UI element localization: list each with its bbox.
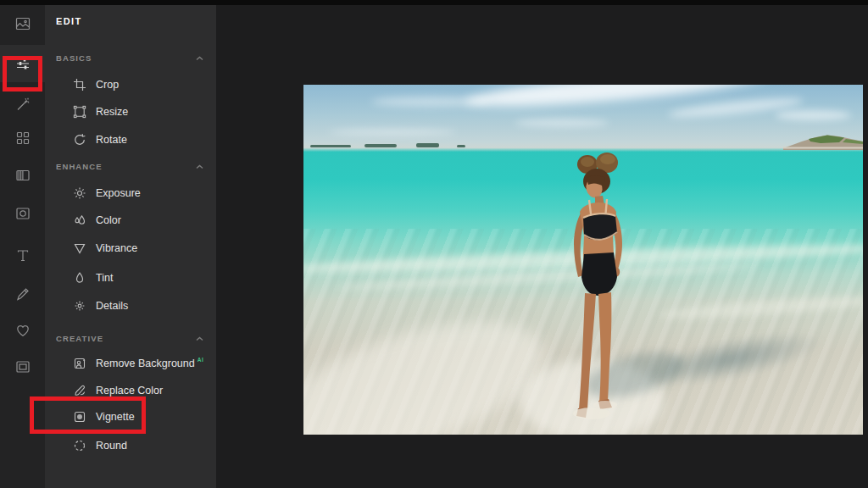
cloud bbox=[329, 129, 456, 136]
apps-grid-icon bbox=[14, 130, 31, 147]
sidebar-item-textures[interactable] bbox=[0, 157, 45, 194]
color-icon bbox=[73, 214, 86, 227]
menu-item-resize[interactable]: Resize bbox=[45, 101, 216, 123]
sidebar-item-image-manager[interactable] bbox=[0, 5, 45, 42]
resize-icon bbox=[73, 105, 86, 119]
rotate-icon bbox=[73, 133, 86, 147]
photo-overlay-icon bbox=[14, 205, 31, 222]
text-icon bbox=[14, 247, 31, 264]
menu-item-crop[interactable]: Crop bbox=[45, 74, 216, 96]
tool-sidebar bbox=[0, 5, 45, 488]
menu-item-details[interactable]: Details bbox=[45, 295, 216, 317]
editor-canvas bbox=[216, 5, 868, 488]
crop-icon bbox=[73, 78, 86, 92]
sidebar-item-edit-adjust[interactable] bbox=[0, 45, 45, 82]
edit-panel: EDIT BASICS Crop Resize Rotate bbox=[45, 5, 216, 488]
round-icon bbox=[73, 439, 86, 452]
heart-icon bbox=[14, 322, 31, 339]
distant-islet bbox=[310, 145, 351, 147]
woman-figure bbox=[548, 152, 649, 432]
menu-item-round[interactable]: Round bbox=[45, 435, 216, 457]
beach-photo[interactable] bbox=[303, 85, 863, 435]
menu-item-vignette[interactable]: Vignette bbox=[45, 406, 216, 428]
menu-item-tint[interactable]: Tint bbox=[45, 267, 216, 289]
sidebar-item-effects[interactable] bbox=[0, 119, 45, 157]
menu-item-exposure[interactable]: Exposure bbox=[45, 182, 216, 204]
image-manager-icon bbox=[14, 15, 31, 32]
menu-item-vibrance[interactable]: Vibrance bbox=[45, 237, 216, 259]
ai-badge: AI bbox=[198, 357, 204, 363]
remove-background-icon bbox=[73, 357, 86, 370]
cloud bbox=[775, 110, 851, 120]
vignette-icon bbox=[73, 410, 86, 424]
layout-panel-icon bbox=[14, 167, 31, 184]
section-header-creative[interactable]: CREATIVE bbox=[45, 332, 216, 344]
section-header-basics[interactable]: BASICS bbox=[45, 52, 216, 64]
cloud bbox=[371, 97, 490, 107]
vibrance-icon bbox=[73, 241, 86, 255]
menu-item-color[interactable]: Color bbox=[45, 209, 216, 231]
adjust-sliders-icon bbox=[14, 55, 31, 72]
distant-islet bbox=[416, 143, 439, 147]
menu-item-remove-background[interactable]: Remove Background AI bbox=[45, 352, 216, 374]
sidebar-item-graphics[interactable] bbox=[0, 312, 45, 349]
cloud bbox=[515, 119, 609, 127]
sidebar-item-text[interactable] bbox=[0, 237, 45, 274]
chevron-up-icon bbox=[196, 162, 203, 171]
magic-wand-icon bbox=[14, 96, 31, 113]
border-frame-icon bbox=[14, 358, 31, 375]
menu-item-replace-color[interactable]: Replace Color bbox=[45, 380, 216, 402]
chevron-up-icon bbox=[196, 53, 203, 63]
sidebar-item-draw[interactable] bbox=[0, 275, 45, 313]
sidebar-item-touchup[interactable] bbox=[0, 86, 45, 123]
pen-icon bbox=[14, 286, 31, 302]
distant-islet bbox=[364, 144, 397, 147]
exposure-icon bbox=[73, 186, 86, 200]
tint-icon bbox=[73, 271, 86, 285]
section-header-enhance[interactable]: ENHANCE bbox=[45, 160, 216, 172]
distant-islet bbox=[457, 145, 465, 147]
chevron-up-icon bbox=[196, 334, 203, 343]
island bbox=[783, 133, 863, 150]
replace-color-icon bbox=[73, 384, 86, 397]
menu-item-rotate[interactable]: Rotate bbox=[45, 129, 216, 151]
sidebar-item-overlays[interactable] bbox=[0, 195, 45, 232]
details-icon bbox=[73, 299, 86, 313]
sidebar-item-frames[interactable] bbox=[0, 348, 45, 385]
panel-title: EDIT bbox=[56, 16, 82, 26]
